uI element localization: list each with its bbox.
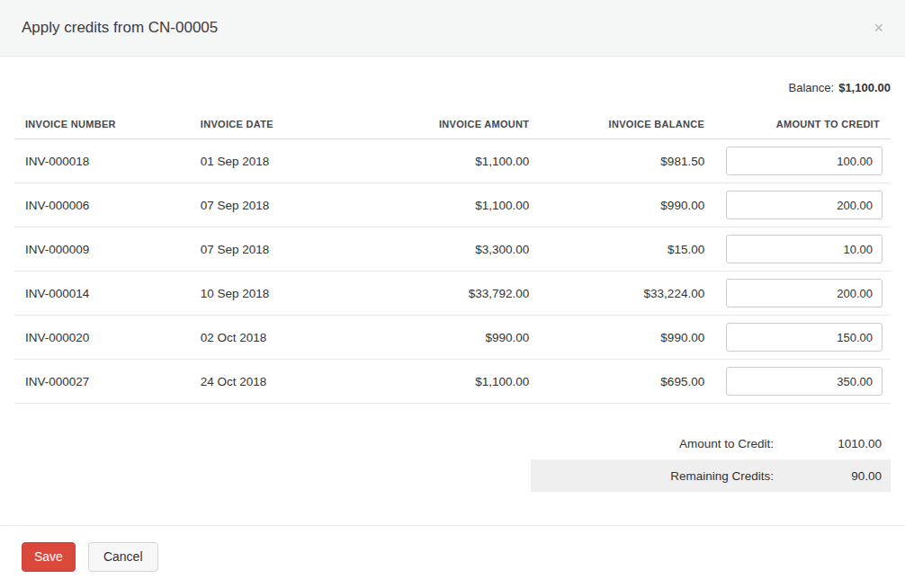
table-row: INV-000009 07 Sep 2018 $3,300.00 $15.00 — [14, 227, 891, 272]
modal-header: Apply credits from CN-00005 × — [0, 0, 905, 57]
invoice-balance-cell: $990.00 — [540, 316, 715, 360]
invoice-amount-cell: $1,100.00 — [361, 139, 541, 183]
invoice-date-cell: 01 Sep 2018 — [190, 139, 361, 183]
invoice-balance-cell: $981.50 — [540, 139, 715, 183]
invoice-credits-table: INVOICE NUMBER INVOICE DATE INVOICE AMOU… — [14, 110, 891, 404]
table-header-row: INVOICE NUMBER INVOICE DATE INVOICE AMOU… — [14, 110, 891, 139]
invoice-number-cell: INV-000014 — [14, 272, 190, 316]
invoice-number-cell: INV-000027 — [14, 360, 190, 404]
amount-to-credit-input[interactable] — [726, 191, 883, 219]
invoice-date-cell: 07 Sep 2018 — [190, 227, 361, 272]
amount-to-credit-input[interactable] — [726, 147, 883, 175]
invoice-amount-cell: $1,100.00 — [361, 360, 541, 404]
invoice-number-cell: INV-000018 — [14, 139, 190, 183]
remaining-credits-label: Remaining Credits: — [531, 469, 774, 483]
invoice-amount-cell: $3,300.00 — [361, 227, 541, 272]
table-row: INV-000027 24 Oct 2018 $1,100.00 $695.00 — [14, 360, 891, 404]
remaining-credits-row: Remaining Credits: 90.00 — [531, 459, 891, 492]
amount-to-credit-input[interactable] — [726, 367, 883, 396]
balance-row: Balance:$1,100.00 — [0, 57, 905, 110]
invoice-number-cell: INV-000009 — [14, 227, 190, 272]
close-icon[interactable]: × — [874, 20, 883, 36]
invoice-number-cell: INV-000020 — [14, 316, 190, 360]
invoice-balance-cell: $990.00 — [540, 183, 715, 227]
invoice-balance-cell: $33,224.00 — [540, 272, 715, 316]
amount-to-credit-total-value: 1010.00 — [774, 437, 891, 450]
column-header-invoice-date: INVOICE DATE — [190, 110, 361, 139]
table-row: INV-000020 02 Oct 2018 $990.00 $990.00 — [14, 316, 891, 360]
invoice-date-cell: 24 Oct 2018 — [190, 360, 361, 404]
modal-footer: Save Cancel — [0, 525, 905, 588]
invoice-date-cell: 10 Sep 2018 — [190, 272, 361, 316]
invoice-balance-cell: $15.00 — [540, 227, 715, 272]
invoice-amount-cell: $33,792.00 — [361, 272, 541, 316]
table-row: INV-000006 07 Sep 2018 $1,100.00 $990.00 — [14, 183, 891, 227]
column-header-invoice-balance: INVOICE BALANCE — [540, 110, 715, 139]
column-header-invoice-number: INVOICE NUMBER — [14, 110, 190, 139]
table-row: INV-000018 01 Sep 2018 $1,100.00 $981.50 — [14, 139, 891, 183]
amount-to-credit-input[interactable] — [726, 279, 883, 307]
table-row: INV-000014 10 Sep 2018 $33,792.00 $33,22… — [14, 272, 891, 316]
summary-section: Amount to Credit: 1010.00 Remaining Cred… — [531, 427, 891, 492]
amount-to-credit-input[interactable] — [726, 235, 883, 263]
invoice-balance-cell: $695.00 — [540, 360, 715, 404]
balance-label: Balance: — [789, 81, 835, 94]
column-header-invoice-amount: INVOICE AMOUNT — [361, 110, 541, 139]
balance-value: $1,100.00 — [838, 81, 891, 94]
invoice-amount-cell: $990.00 — [361, 316, 541, 360]
amount-to-credit-input[interactable] — [726, 323, 883, 352]
invoice-number-cell: INV-000006 — [14, 183, 190, 227]
modal-title: Apply credits from CN-00005 — [22, 19, 218, 37]
cancel-button[interactable]: Cancel — [88, 542, 158, 571]
invoice-date-cell: 02 Oct 2018 — [190, 316, 361, 360]
save-button[interactable]: Save — [22, 542, 76, 571]
amount-to-credit-total-label: Amount to Credit: — [531, 437, 774, 450]
invoice-amount-cell: $1,100.00 — [361, 183, 541, 227]
amount-to-credit-total-row: Amount to Credit: 1010.00 — [531, 427, 891, 459]
column-header-amount-to-credit: AMOUNT TO CREDIT — [715, 110, 891, 139]
invoice-date-cell: 07 Sep 2018 — [190, 183, 361, 227]
remaining-credits-value: 90.00 — [774, 469, 891, 483]
